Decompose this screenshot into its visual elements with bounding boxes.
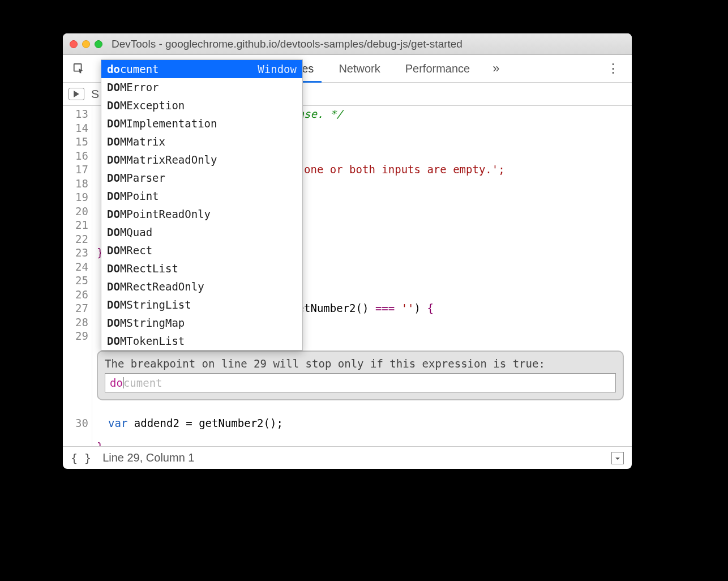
inspect-icon[interactable] xyxy=(67,62,90,75)
line-number[interactable]: 16 xyxy=(63,149,88,163)
line-number[interactable]: 26 xyxy=(63,288,88,302)
line-number[interactable]: 20 xyxy=(63,204,88,219)
tab-network-label: Network xyxy=(339,62,380,75)
autocomplete-label: DOMException xyxy=(107,98,185,113)
autocomplete-item[interactable]: DOMStringList xyxy=(101,296,302,314)
toolbar-letter: S xyxy=(91,87,99,101)
autocomplete-item[interactable]: DOMTokenList xyxy=(101,332,302,350)
resume-icon[interactable] xyxy=(68,88,84,100)
line-number[interactable]: 18 xyxy=(63,177,88,191)
breakpoint-message: The breakpoint on line 29 will stop only… xyxy=(105,357,616,370)
autocomplete-item[interactable]: DOMMatrixReadOnly xyxy=(101,151,302,169)
code-text: } xyxy=(97,441,103,446)
autocomplete-item[interactable]: DOMStringMap xyxy=(101,314,302,332)
conditional-breakpoint-box: The breakpoint on line 29 will stop only… xyxy=(97,351,624,400)
autocomplete-label: DOMRect xyxy=(107,243,152,258)
line-number[interactable]: 24 xyxy=(63,260,88,274)
autocomplete-label: DOMMatrixReadOnly xyxy=(107,152,217,167)
autocomplete-label: DOMParser xyxy=(107,170,165,185)
autocomplete-item[interactable]: DOMError xyxy=(101,78,302,96)
collapse-icon[interactable] xyxy=(611,452,624,464)
autocomplete-label: DOMRectList xyxy=(107,261,178,276)
tab-performance-label: Performance xyxy=(405,62,470,75)
kebab-menu-icon[interactable]: ⋮ xyxy=(599,61,627,76)
autocomplete-item[interactable]: DOMMatrix xyxy=(101,133,302,151)
autocomplete-item[interactable]: DOMException xyxy=(101,96,302,114)
minimize-icon[interactable] xyxy=(82,40,90,48)
close-icon[interactable] xyxy=(70,40,78,48)
autocomplete-item[interactable]: DOMRectList xyxy=(101,259,302,277)
autocomplete-label: DOMStringList xyxy=(107,297,191,312)
code-line-30: 30 var addend2 = getNumber2(); xyxy=(63,416,632,430)
autocomplete-label: DOMError xyxy=(107,80,159,95)
window-title: DevTools - googlechrome.github.io/devtoo… xyxy=(112,38,463,50)
traffic-lights xyxy=(70,40,102,48)
tab-network[interactable]: Network xyxy=(326,55,392,82)
autocomplete-item[interactable]: DOMPoint xyxy=(101,187,302,205)
autocomplete-item[interactable]: DOMImplementation xyxy=(101,114,302,133)
titlebar: DevTools - googlechrome.github.io/devtoo… xyxy=(63,33,632,55)
autocomplete-label: DOMPointReadOnly xyxy=(107,207,211,221)
cursor-position: Line 29, Column 1 xyxy=(102,451,194,464)
line-number[interactable]: 21 xyxy=(63,218,88,232)
breakpoint-expression-input[interactable]: document xyxy=(105,373,616,392)
autocomplete-hint: Window xyxy=(258,62,297,76)
line-number[interactable]: 22 xyxy=(63,232,88,246)
autocomplete-item[interactable]: documentWindow xyxy=(101,60,302,78)
autocomplete-label: DOMQuad xyxy=(107,225,152,240)
bp-typed: do xyxy=(110,377,123,389)
devtools-window: DevTools - googlechrome.github.io/devtoo… xyxy=(63,33,632,469)
line-number[interactable]: 25 xyxy=(63,274,88,288)
line-number[interactable]: 14 xyxy=(63,121,88,135)
line-number[interactable]: 27 xyxy=(63,301,88,315)
code-text: : one or both inputs are empty.'; xyxy=(291,163,505,176)
autocomplete-item[interactable]: DOMRect xyxy=(101,241,302,259)
tab-performance[interactable]: Performance xyxy=(393,55,483,82)
line-number[interactable]: 23 xyxy=(63,246,88,260)
code-text: var addend2 = getNumber2(); xyxy=(92,416,283,430)
line-number[interactable]: 30 xyxy=(63,416,92,430)
autocomplete-item[interactable]: DOMRectReadOnly xyxy=(101,277,302,296)
autocomplete-label: DOMTokenList xyxy=(107,334,185,348)
autocomplete-item[interactable]: DOMPointReadOnly xyxy=(101,205,302,223)
line-number[interactable]: 15 xyxy=(63,135,88,149)
statusbar: { } Line 29, Column 1 xyxy=(63,446,632,469)
zoom-icon[interactable] xyxy=(95,40,102,48)
more-tabs-icon[interactable]: » xyxy=(482,61,509,76)
autocomplete-popup[interactable]: documentWindowDOMErrorDOMExceptionDOMImp… xyxy=(101,59,303,351)
autocomplete-label: document xyxy=(107,62,159,76)
line-number[interactable]: 13 xyxy=(63,107,88,121)
autocomplete-item[interactable]: DOMQuad xyxy=(101,223,302,241)
line-number[interactable]: 17 xyxy=(63,163,88,177)
bp-ghost: cument xyxy=(123,377,162,389)
gutter[interactable]: 13 14 15 16 17 18 19 20 21 22 23 24 25 2… xyxy=(63,106,92,446)
autocomplete-label: DOMStringMap xyxy=(107,315,185,330)
autocomplete-item[interactable]: DOMParser xyxy=(101,169,302,187)
autocomplete-label: DOMMatrix xyxy=(107,134,165,149)
code-text: getNumber2() === '') { xyxy=(291,302,434,314)
line-number[interactable]: 19 xyxy=(63,190,88,204)
line-number[interactable]: 29 xyxy=(63,329,88,343)
autocomplete-label: DOMImplementation xyxy=(107,116,217,131)
autocomplete-label: DOMPoint xyxy=(107,189,159,203)
autocomplete-label: DOMRectReadOnly xyxy=(107,279,204,294)
line-number[interactable]: 28 xyxy=(63,315,88,330)
pretty-print-icon[interactable]: { } xyxy=(71,451,91,465)
